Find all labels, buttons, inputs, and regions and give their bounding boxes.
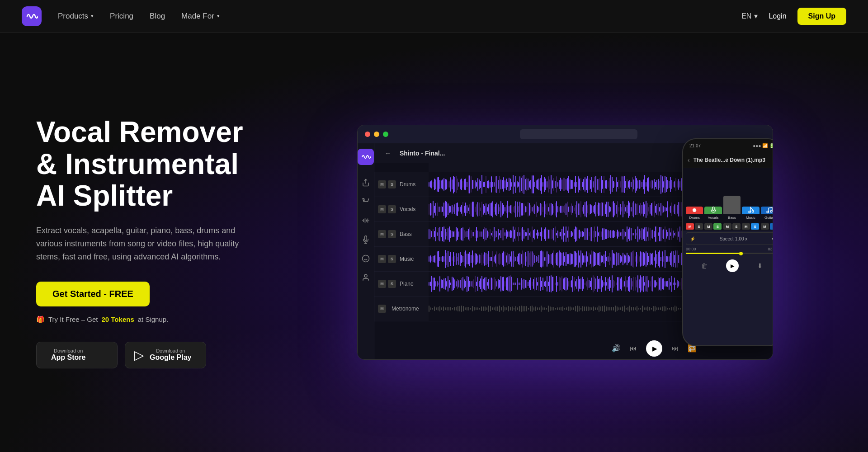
nav-pricing[interactable]: Pricing xyxy=(110,12,133,21)
title-bar-center xyxy=(392,129,765,139)
phone-mute-bass[interactable]: M xyxy=(723,223,731,230)
hero-description: Extract vocals, acapella, guitar, piano,… xyxy=(36,224,244,263)
mic-icon[interactable] xyxy=(361,235,371,245)
phone-time-current: 00:00 xyxy=(686,247,696,251)
mute-music-button[interactable]: M xyxy=(378,255,386,263)
back-button[interactable]: ← xyxy=(382,147,394,160)
phone-trash-icon[interactable]: 🗑 xyxy=(701,262,708,269)
window-close-btn[interactable] xyxy=(365,132,370,137)
track-controls-music: M S Music xyxy=(374,247,429,271)
speed-icon: ⚡ xyxy=(690,236,695,241)
mute-metronome-button[interactable]: M xyxy=(378,305,386,313)
app-window: ← Shinto - Final... ♩ 109 BPM ▾ ♭ C ▾ xyxy=(357,125,773,360)
products-chevron-icon: ▾ xyxy=(91,13,94,19)
phone-mockup: 21:07 ●●● 📶 🔋 ‹ The Beatle...e Down (1).… xyxy=(682,138,773,346)
solo-music-button[interactable]: S xyxy=(388,255,396,263)
login-button[interactable]: Login xyxy=(769,12,786,20)
app-store-text: Download on App Store xyxy=(51,348,85,362)
track-name: Shinto - Final... xyxy=(400,150,445,157)
stem-music-label: Music xyxy=(746,216,755,220)
phone-solo-vocals[interactable]: S xyxy=(713,223,722,230)
phone-speed-control[interactable]: ⚡ Speed: 1.00 x ▾ xyxy=(686,232,773,245)
track-label-drums: Drums xyxy=(398,181,425,188)
google-play-icon: ▷ xyxy=(134,348,144,363)
signup-button[interactable]: Sign Up xyxy=(797,8,846,25)
phone-mute-guitar[interactable]: M xyxy=(761,223,769,230)
phone-progress-bar[interactable] xyxy=(686,253,773,254)
play-button[interactable] xyxy=(646,340,662,357)
solo-bass-button[interactable]: S xyxy=(388,230,396,238)
nav-products[interactable]: Products ▾ xyxy=(58,12,94,21)
user-icon[interactable] xyxy=(361,273,371,282)
logo[interactable] xyxy=(22,6,42,26)
stem-vocals-label: Vocals xyxy=(708,216,719,220)
lang-chevron-icon: ▾ xyxy=(754,12,758,20)
svg-point-9 xyxy=(770,211,772,212)
track-label-music: Music xyxy=(398,256,425,262)
window-maximize-btn[interactable] xyxy=(383,132,388,137)
language-selector[interactable]: EN ▾ xyxy=(741,12,758,20)
track-controls-piano: M S Piano xyxy=(374,272,429,296)
phone-solo-guitar[interactable]: S xyxy=(770,223,773,230)
track-controls-vocals: M S Vocals xyxy=(374,197,429,221)
phone-playback: 🗑 ▶ ⬇ xyxy=(683,257,773,275)
phone-time-total: 03:31 xyxy=(768,247,773,251)
phone-solo-bass[interactable]: S xyxy=(732,223,741,230)
phone-track-name: The Beatle...e Down (1).mp3 xyxy=(693,157,765,163)
share-icon[interactable] xyxy=(361,178,371,188)
phone-solo-drums[interactable]: S xyxy=(695,223,703,230)
phone-mute-vocals[interactable]: M xyxy=(704,223,712,230)
tokens-info: 🎁 Try It Free – Get 20 Tokens at Signup. xyxy=(36,315,271,324)
svg-point-4 xyxy=(364,274,367,277)
phone-mute-music[interactable]: M xyxy=(742,223,750,230)
clean-icon[interactable] xyxy=(361,197,371,207)
mute-bass-button[interactable]: M xyxy=(378,230,386,238)
app-store-button[interactable]: Download on App Store xyxy=(36,342,118,368)
phone-mute-drums[interactable]: M xyxy=(686,223,694,230)
phone-signal-icons: ●●● 📶 🔋 xyxy=(753,143,773,148)
solo-drums-button[interactable]: S xyxy=(388,180,396,188)
solo-piano-button[interactable]: S xyxy=(388,280,396,288)
google-play-text: Download on Google Play xyxy=(150,348,191,362)
gift-icon: 🎁 xyxy=(36,315,45,324)
svg-point-8 xyxy=(767,211,769,213)
rewind-button[interactable]: ⏮ xyxy=(630,344,637,353)
window-minimize-btn[interactable] xyxy=(374,132,379,137)
cta-button[interactable]: Get Started - FREE xyxy=(36,282,150,306)
google-play-button[interactable]: ▷ Download on Google Play xyxy=(125,342,206,368)
phone-back-icon[interactable]: ‹ xyxy=(688,156,690,164)
phone-download-icon[interactable]: ⬇ xyxy=(757,262,763,269)
track-label-metronome: Metronome xyxy=(388,306,425,312)
phone-status-bar: 21:07 ●●● 📶 🔋 xyxy=(683,139,773,152)
phone-time: 21:07 xyxy=(689,143,701,148)
phone-nav: ‹ The Beatle...e Down (1).mp3 xyxy=(683,152,773,168)
phone-solo-music[interactable]: S xyxy=(751,223,759,230)
track-label-bass: Bass xyxy=(398,231,425,237)
stem-guitar-label: Guitar xyxy=(764,216,773,220)
volume-icon[interactable]: 🔊 xyxy=(612,344,621,353)
mute-piano-button[interactable]: M xyxy=(378,280,386,288)
track-label-vocals: Vocals xyxy=(398,206,425,212)
title-bar-search xyxy=(520,129,637,139)
nav-right: EN ▾ Login Sign Up xyxy=(741,8,846,25)
forward-button[interactable]: ⏭ xyxy=(671,344,679,353)
navbar: Products ▾ Pricing Blog Made For ▾ EN ▾ … xyxy=(0,0,868,33)
phone-progress-fill xyxy=(686,253,741,254)
tokens-count: 20 Tokens xyxy=(101,315,134,323)
hero-left: Vocal Remover & Instrumental AI Splitter… xyxy=(36,116,271,368)
waveform-icon[interactable] xyxy=(361,216,371,226)
mute-drums-button[interactable]: M xyxy=(378,180,386,188)
hero-right: ← Shinto - Final... ♩ 109 BPM ▾ ♭ C ▾ xyxy=(298,125,832,360)
made-for-chevron-icon: ▾ xyxy=(217,13,220,19)
speed-chevron-icon: ▾ xyxy=(772,236,773,241)
mute-vocals-button[interactable]: M xyxy=(378,205,386,213)
nav-left: Products ▾ Pricing Blog Made For ▾ xyxy=(22,6,220,26)
nav-made-for[interactable]: Made For ▾ xyxy=(181,12,220,21)
svg-point-1 xyxy=(363,255,369,262)
phone-play-button[interactable]: ▶ xyxy=(726,259,739,272)
face-icon[interactable] xyxy=(361,254,371,264)
nav-blog[interactable]: Blog xyxy=(150,12,165,21)
hero-title: Vocal Remover & Instrumental AI Splitter xyxy=(36,116,271,212)
solo-vocals-button[interactable]: S xyxy=(388,205,396,213)
track-label-piano: Piano xyxy=(398,281,425,287)
